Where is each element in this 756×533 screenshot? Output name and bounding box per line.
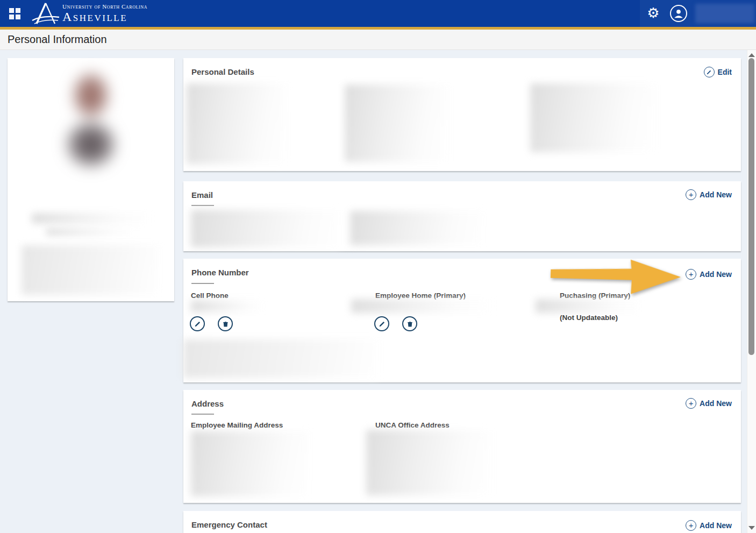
phone-not-updateable-note: (Not Updateable) (560, 314, 618, 322)
address-label-mailing: Employee Mailing Address (191, 421, 283, 429)
unca-logo-text: University of North Carolina Asheville (62, 4, 147, 23)
phone-home-delete-button[interactable] (402, 316, 417, 331)
trash-icon (222, 321, 229, 328)
phone-label-purchasing: Puchasing (Primary) (560, 292, 630, 300)
email-title: Email (191, 190, 213, 200)
phone-cell-delete-button[interactable] (218, 316, 233, 331)
scrollbar-thumb[interactable] (748, 58, 754, 355)
add-new-label: Add New (700, 399, 732, 408)
email-card: Email + Add New (183, 181, 741, 251)
page-title-bar: Personal Information (0, 30, 756, 50)
trash-icon (406, 321, 413, 328)
phone-value-purchasing-redacted (536, 299, 640, 313)
email-add-new-button[interactable]: + Add New (686, 189, 732, 200)
phone-label-home: Employee Home (Primary) (375, 292, 466, 300)
screen: University of North Carolina Asheville ⚙… (0, 0, 756, 533)
phone-add-new-button[interactable]: + Add New (686, 269, 732, 280)
logo-campus-line: Asheville (62, 10, 147, 23)
profile-subtitle-redacted (46, 228, 135, 236)
settings-gear-icon[interactable]: ⚙ (645, 5, 661, 21)
phone-extra-redacted (183, 339, 379, 378)
phone-home-edit-button[interactable] (374, 316, 389, 331)
phone-value-home-redacted (351, 299, 490, 313)
profile-details-redacted (22, 245, 160, 295)
emergency-title: Emergency Contact (191, 520, 267, 529)
address-title: Address (191, 399, 224, 408)
personal-details-title: Personal Details (191, 67, 254, 76)
address-card: Address + Add New Employee Mailing Addre… (183, 390, 741, 503)
unca-logo[interactable]: University of North Carolina Asheville (31, 2, 147, 25)
logo-institution-line: University of North Carolina (62, 4, 147, 10)
address-mailing-redacted (191, 431, 310, 496)
add-new-label: Add New (700, 521, 732, 530)
pencil-icon (704, 67, 715, 77)
top-navbar: University of North Carolina Asheville ⚙ (0, 0, 756, 27)
email-2-redacted (350, 211, 484, 245)
user-name-redacted[interactable] (695, 4, 754, 23)
emergency-add-new-button[interactable]: + Add New (686, 520, 732, 531)
scrollbar-up-arrow[interactable] (748, 53, 755, 57)
add-new-label: Add New (700, 270, 732, 279)
plus-icon: + (686, 398, 696, 409)
user-avatar-icon[interactable] (670, 5, 687, 22)
grid-square (16, 15, 20, 19)
app-menu-icon[interactable] (9, 8, 20, 19)
address-label-office: UNCA Office Address (375, 421, 450, 429)
emergency-contact-card: Emergency Contact + Add New (183, 511, 741, 533)
personal-details-card: Personal Details Edit (183, 58, 741, 171)
grid-square (9, 15, 14, 19)
plus-icon: + (686, 189, 696, 200)
phone-card: Phone Number + Add New Cell Phone Employ… (183, 259, 741, 382)
edit-label: Edit (718, 68, 732, 76)
plus-icon: + (686, 520, 696, 531)
details-col1-redacted (187, 83, 286, 164)
email-1-redacted (191, 210, 340, 247)
grid-square (9, 8, 14, 13)
edit-button[interactable]: Edit (704, 67, 732, 77)
address-office-redacted (366, 430, 490, 495)
details-col2-redacted (345, 84, 447, 162)
grid-square (16, 8, 20, 13)
profile-name-redacted (32, 213, 150, 224)
phone-value-cell-redacted (191, 300, 263, 312)
person-icon (673, 8, 684, 19)
unca-logo-mark (31, 1, 60, 26)
address-add-new-button[interactable]: + Add New (686, 398, 732, 409)
phone-cell-edit-button[interactable] (190, 316, 205, 331)
phone-divider (191, 283, 214, 284)
profile-card (8, 58, 174, 301)
phone-label-cell: Cell Phone (191, 292, 229, 300)
phone-title: Phone Number (191, 268, 249, 277)
plus-icon: + (686, 269, 696, 280)
page-title: Personal Information (8, 33, 107, 46)
scrollbar-down-arrow[interactable] (748, 526, 755, 530)
pencil-icon (379, 321, 386, 328)
details-col3-redacted (530, 83, 654, 152)
address-divider (191, 414, 214, 415)
profile-photo-redacted (53, 63, 129, 186)
add-new-label: Add New (700, 190, 732, 199)
email-divider (191, 205, 214, 206)
pencil-icon (194, 321, 201, 328)
